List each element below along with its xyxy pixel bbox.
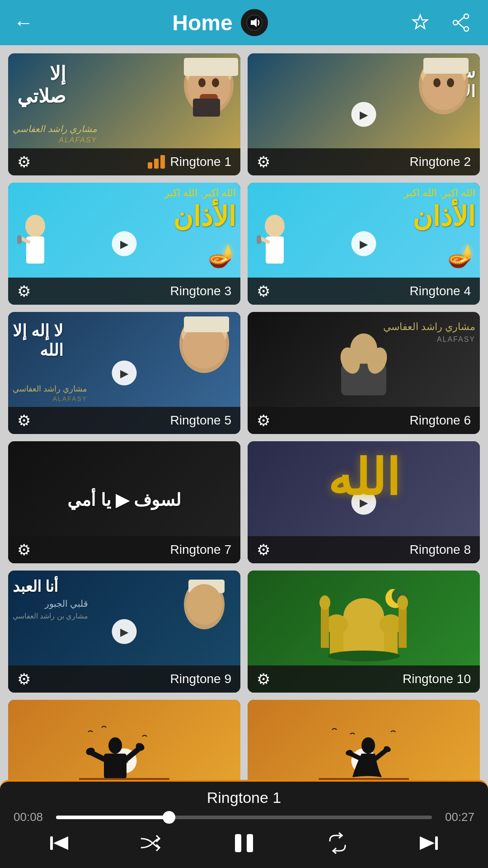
next-button[interactable]: [418, 832, 440, 854]
card-3-play[interactable]: ▶: [112, 231, 137, 256]
ringtone-card-2[interactable]: سيدالأخلاق مشاري راشد العفاسيALAFASY ▶ ⚙: [248, 53, 480, 175]
card-8-bottom: ⚙ Ringtone 8: [248, 536, 480, 563]
svg-point-21: [447, 78, 454, 87]
card-3-bottom: ⚙ Ringtone 3: [8, 278, 240, 305]
svg-line-62: [350, 754, 361, 759]
card-10-gear[interactable]: ⚙: [257, 670, 270, 688]
card-8-gear[interactable]: ⚙: [257, 541, 270, 559]
card-4-gear[interactable]: ⚙: [257, 282, 270, 300]
svg-marker-68: [53, 836, 68, 850]
svg-rect-69: [235, 834, 241, 852]
svg-rect-71: [435, 836, 438, 850]
svg-point-61: [361, 737, 375, 754]
card-6-bottom: ⚙ Ringtone 6: [248, 407, 480, 434]
svg-rect-67: [50, 836, 53, 850]
svg-rect-46: [343, 616, 384, 625]
card-grid: إلاصلاتي مشاري راشد العفاسيALAFASY: [0, 45, 488, 822]
svg-rect-19: [423, 58, 469, 74]
card-5-title: Ringtone 5: [170, 413, 231, 428]
svg-point-52: [397, 595, 408, 610]
card-6-gear[interactable]: ⚙: [257, 411, 270, 429]
svg-point-22: [25, 215, 45, 237]
card-3-gear[interactable]: ⚙: [17, 282, 31, 300]
card-1-arabic: إلاصلاتي: [17, 62, 66, 108]
svg-point-12: [212, 78, 219, 87]
svg-line-7: [458, 23, 464, 28]
svg-point-3: [464, 14, 469, 19]
ringtone-card-9[interactable]: أنا العبد قلبي الجبورمشاري بن راشد العفا…: [8, 571, 240, 693]
svg-point-40: [186, 584, 222, 625]
svg-rect-29: [257, 235, 261, 244]
svg-point-4: [464, 27, 469, 31]
shuffle-button[interactable]: [139, 832, 162, 854]
card-5-play[interactable]: ▶: [112, 361, 137, 386]
card-4-play[interactable]: ▶: [352, 231, 376, 256]
svg-marker-2: [413, 15, 427, 28]
ringtone-card-7[interactable]: لسوف ▶ يا أمي ⚙ Ringtone 7: [8, 441, 240, 563]
svg-point-54: [108, 737, 122, 754]
card-7-arabic: لسوف ▶ يا أمي: [67, 490, 181, 511]
prev-button[interactable]: [48, 832, 70, 854]
svg-rect-15: [184, 58, 238, 76]
progress-row: 00:08 00:27: [14, 810, 474, 824]
card-5-arabic: لا إله إلاالله: [13, 321, 63, 360]
svg-rect-33: [184, 316, 229, 332]
svg-point-20: [433, 78, 441, 87]
svg-point-5: [453, 20, 458, 25]
card-7-gear[interactable]: ⚙: [17, 541, 31, 559]
ringtone-card-1[interactable]: إلاصلاتي مشاري راشد العفاسيALAFASY: [8, 53, 240, 175]
header-right: [407, 9, 474, 36]
svg-marker-72: [420, 836, 435, 850]
svg-line-6: [458, 17, 464, 23]
progress-fill: [56, 816, 169, 819]
card-9-arabic: أنا العبد: [13, 577, 58, 596]
card-10-title: Ringtone 10: [403, 672, 471, 686]
card-7-title: Ringtone 7: [170, 542, 231, 557]
card-2-gear[interactable]: ⚙: [257, 153, 270, 171]
svg-rect-55: [104, 754, 127, 778]
favorite-button[interactable]: [407, 9, 434, 36]
header-left: ←: [14, 11, 33, 34]
card-9-title: Ringtone 9: [170, 672, 231, 686]
card-8-title: Ringtone 8: [410, 542, 471, 557]
header: ← Home: [0, 0, 488, 45]
card-1-gear[interactable]: ⚙: [17, 153, 31, 171]
player-bar: Ringtone 1 00:08 00:27: [0, 780, 488, 868]
svg-point-11: [198, 78, 206, 87]
card-9-bottom: ⚙ Ringtone 9: [8, 665, 240, 693]
card-2-title: Ringtone 2: [410, 155, 471, 169]
ringtone-card-5[interactable]: لا إله إلاالله مشاري راشد العفاسيALAFASY…: [8, 312, 240, 434]
progress-bar[interactable]: [56, 816, 432, 819]
ringtone-card-3[interactable]: الله اكبر. الله اكبر الأذان 🪔 ▶ ⚙ Ri: [8, 183, 240, 305]
svg-point-53: [328, 651, 400, 661]
card-9-play[interactable]: ▶: [112, 619, 137, 644]
back-button[interactable]: ←: [14, 11, 33, 34]
svg-rect-25: [17, 235, 22, 244]
svg-line-63: [375, 750, 386, 759]
current-time: 00:08: [14, 810, 50, 824]
speaker-icon[interactable]: [241, 9, 268, 36]
ringtone-card-6[interactable]: مشاري راشد العفاسيALAFASY ▶ ⚙ Ringtone 6: [248, 312, 480, 434]
card-2-bottom: ⚙ Ringtone 2: [248, 148, 480, 175]
card-2-play[interactable]: ▶: [352, 102, 376, 127]
card-7-bottom: ⚙ Ringtone 7: [8, 536, 240, 563]
ringtone-card-4[interactable]: الله اكبر. الله اكبر الأذان 🪔 ▶ ⚙ Ringto…: [248, 183, 480, 305]
header-title-wrap: Home: [172, 9, 267, 36]
player-title: Ringtone 1: [14, 789, 474, 807]
ringtone-card-10[interactable]: ▶: [248, 571, 480, 693]
card-1-title: Ringtone 1: [170, 155, 231, 169]
card-3-title: Ringtone 3: [170, 284, 231, 298]
share-button[interactable]: [447, 9, 474, 36]
card-4-bottom: ⚙ Ringtone 4: [248, 278, 480, 305]
pause-button[interactable]: [230, 830, 258, 857]
card-4-title: Ringtone 4: [410, 284, 471, 298]
ringtone-grid: إلاصلاتي مشاري راشد العفاسيALAFASY: [0, 45, 488, 823]
card-4-arabic: الأذان: [413, 201, 475, 233]
card-9-gear[interactable]: ⚙: [17, 670, 31, 688]
card-5-gear[interactable]: ⚙: [17, 411, 31, 429]
card-1-logo: مشاري راشد العفاسيALAFASY: [13, 123, 97, 145]
svg-rect-70: [247, 834, 253, 852]
progress-thumb[interactable]: [163, 811, 175, 824]
repeat-button[interactable]: [326, 832, 349, 854]
ringtone-card-8[interactable]: ▶ الله ⚙ Ringtone 8: [248, 441, 480, 563]
